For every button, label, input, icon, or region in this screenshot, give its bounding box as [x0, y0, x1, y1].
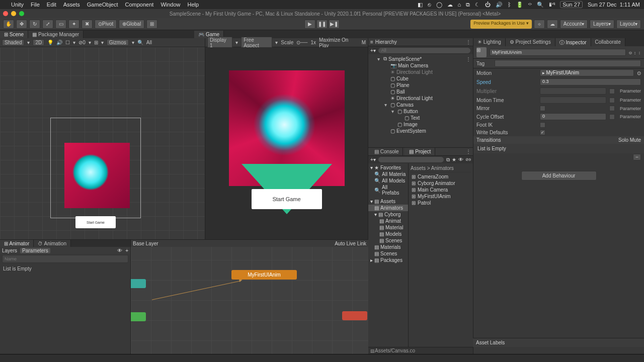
object-name-field[interactable]: [490, 49, 626, 56]
tree-item[interactable]: ▢ Plane: [368, 82, 473, 88]
add-icon[interactable]: +: [125, 248, 128, 253]
asset-item[interactable]: ⊞ Main Camera: [411, 187, 471, 193]
maximize-toggle[interactable]: Maximize On Play: [319, 37, 359, 48]
footik-checkbox[interactable]: [540, 122, 545, 128]
project-list[interactable]: Assets > Animators ⊞ CameraZoom ⊞ Cyborg…: [409, 163, 473, 347]
project-search[interactable]: [378, 156, 444, 163]
asset-item[interactable]: ⊞ Patrol: [411, 200, 471, 206]
asset-item[interactable]: ⊞ CameraZoom: [411, 173, 471, 180]
scene-start-button[interactable]: Start Game: [75, 216, 116, 228]
tag-field[interactable]: [495, 60, 641, 67]
zoom-icon[interactable]: [19, 11, 24, 16]
control-center-icon[interactable]: �བ: [549, 2, 555, 8]
pivot-toggle[interactable]: ⊙ Pivot: [95, 20, 117, 29]
parameters-tab[interactable]: Parameters: [20, 248, 50, 253]
tab-collaborate[interactable]: Collaborate: [591, 38, 625, 46]
help-icon[interactable]: ⌾ ː ⋮: [629, 50, 641, 55]
asset-item[interactable]: ⊞ MyFirstUIAnim: [411, 193, 471, 200]
play-button[interactable]: ▶: [304, 20, 315, 29]
transition-arrow[interactable]: [152, 281, 240, 300]
cycle-field[interactable]: 0: [540, 113, 606, 120]
base-layer-crumb[interactable]: Base Layer: [133, 241, 158, 246]
cam-icon[interactable]: ⊞: [94, 40, 98, 45]
layout-dropdown[interactable]: Layout ▾: [616, 20, 641, 29]
add-icon[interactable]: +▾: [370, 157, 376, 162]
move-tool[interactable]: ✥: [16, 20, 27, 29]
transform-tool[interactable]: ✦: [68, 20, 79, 29]
menubar-datetime[interactable]: Sun 27 Dec 1:11 AM: [588, 2, 640, 8]
param-search[interactable]: [2, 255, 128, 263]
pause-button[interactable]: ❚❚: [316, 20, 328, 29]
traffic-lights[interactable]: [3, 11, 24, 16]
scene-image[interactable]: [64, 143, 130, 208]
hidden-icon[interactable]: 👁: [458, 157, 463, 162]
tab-console[interactable]: ▤ Console: [370, 148, 403, 155]
motion-field[interactable]: ▸ MyFirstUIAnim: [540, 69, 634, 76]
auto-live-link[interactable]: Auto Live Link: [335, 241, 366, 246]
hierarchy-tree[interactable]: ▾⧉ SampleScene*⋮ 📷 Main Camera ☀ Directi…: [368, 54, 473, 135]
audio-icon[interactable]: 🔊: [56, 40, 62, 45]
close-icon[interactable]: [3, 11, 8, 16]
project-breadcrumb[interactable]: Assets > Animators: [411, 164, 471, 172]
speed-field[interactable]: 0.3: [540, 78, 641, 85]
step-button[interactable]: ▶❚: [329, 20, 340, 29]
hand-tool[interactable]: ✋: [3, 20, 14, 29]
param-checkbox[interactable]: [609, 106, 615, 111]
state-node-any[interactable]: [131, 312, 146, 321]
tree-item[interactable]: ▢ Text: [368, 115, 473, 121]
tree-item[interactable]: ☀ Directional Light: [368, 95, 473, 102]
tree-item[interactable]: ▢ EventSystem: [368, 128, 473, 134]
custom-tool[interactable]: ✖: [82, 20, 93, 29]
obj-picker-icon[interactable]: ⊙: [637, 70, 641, 76]
global-toggle[interactable]: ⊕ Global: [119, 20, 144, 29]
tree-item[interactable]: ☀ Directional Light: [368, 69, 473, 75]
favorite-icon[interactable]: ★: [452, 157, 456, 162]
tree-item[interactable]: ▾▢ Canvas: [368, 102, 473, 108]
param-checkbox[interactable]: [609, 114, 615, 120]
account-dropdown[interactable]: Account ▾: [560, 20, 588, 29]
tab-inspector[interactable]: ⓘ Inspector: [555, 38, 591, 46]
tab-scene[interactable]: ⊞ Scene: [0, 31, 28, 38]
panel-menu-icon[interactable]: ⋮: [466, 149, 471, 154]
slider-icon[interactable]: ⊘9: [465, 157, 471, 162]
2d-toggle[interactable]: 2D: [33, 39, 44, 46]
writedef-checkbox[interactable]: [540, 130, 545, 135]
bluetooth-icon[interactable]: ᛒ: [508, 2, 511, 8]
animator-graph[interactable]: Base Layer Auto Live Link MyFirstUIAnim: [131, 240, 368, 354]
menu-gameobject[interactable]: GameObject: [87, 2, 118, 8]
aspect-select[interactable]: Free Aspect: [241, 37, 272, 49]
tab-package-manager[interactable]: ▦ Package Manager: [28, 31, 84, 38]
preview-packages-pill[interactable]: Preview Packages in Use ▾: [470, 20, 532, 29]
project-folders[interactable]: ▾★ Favorites 🔍 All Materia 🔍 All Models …: [368, 163, 409, 347]
filter-icon[interactable]: ⧉: [446, 157, 450, 163]
gizmos-dropdown[interactable]: Gizmos: [107, 39, 129, 46]
tab-animation[interactable]: ⏱ Animation: [34, 240, 71, 247]
scene-search[interactable]: All: [146, 40, 152, 45]
volume-icon[interactable]: 🔊: [496, 2, 503, 8]
tree-item[interactable]: ▾▢ Button: [368, 108, 473, 115]
menu-edit[interactable]: Edit: [47, 2, 56, 8]
snap-toggle[interactable]: ⊞: [146, 20, 157, 29]
mirror-checkbox[interactable]: [540, 106, 545, 111]
start-game-button[interactable]: Start Game: [252, 189, 322, 209]
tree-item[interactable]: ▢ Image: [368, 121, 473, 128]
tab-project[interactable]: ▤ Project: [405, 148, 435, 155]
add-icon[interactable]: +▾: [370, 48, 376, 53]
game-view[interactable]: Display 1▾ Free Aspect▾ Scale ⊙── 1x Max…: [205, 38, 368, 239]
menu-help[interactable]: Help: [188, 2, 199, 8]
state-node-exit[interactable]: [342, 311, 367, 320]
tab-animator[interactable]: ⊞ Animator: [0, 240, 34, 247]
asset-item[interactable]: ⊞ Cyborg Animator: [411, 180, 471, 187]
state-node-entry[interactable]: [131, 279, 146, 288]
spotlight-icon[interactable]: 🔍: [537, 2, 544, 8]
game-viewport[interactable]: Start Game: [205, 47, 368, 239]
cloud-icon[interactable]: ☁: [547, 20, 558, 29]
menu-window[interactable]: Window: [160, 2, 180, 8]
tab-project-settings[interactable]: ⚙ Project Settings: [506, 38, 555, 46]
scale-slider[interactable]: ⊙──: [296, 40, 307, 45]
shading-mode[interactable]: Shaded: [2, 39, 24, 46]
param-checkbox[interactable]: [609, 88, 615, 94]
minimize-icon[interactable]: [11, 11, 16, 16]
tab-lighting[interactable]: ☀ Lighting: [473, 38, 506, 46]
fx-icon[interactable]: ☐: [65, 40, 70, 45]
